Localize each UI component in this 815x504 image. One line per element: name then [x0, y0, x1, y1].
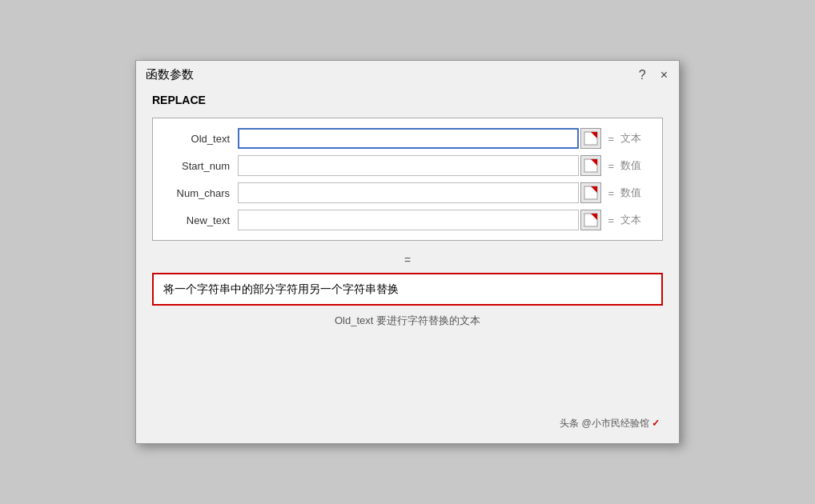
description-box: 将一个字符串中的部分字符用另一个字符串替换 — [152, 273, 663, 306]
param-type-0: 文本 — [620, 131, 649, 146]
help-button[interactable]: ? — [637, 69, 648, 82]
param-description: Old_text 要进行字符替换的文本 — [152, 314, 663, 328]
title-bar-controls: ? × — [637, 69, 669, 82]
param-equals-2: = — [608, 187, 614, 199]
param-label-num_chars: Num_chars — [166, 187, 238, 199]
close-button[interactable]: × — [659, 69, 669, 82]
param-row: New_text=文本 — [166, 210, 649, 230]
param-input-num_chars[interactable] — [238, 182, 579, 203]
cell-ref-button-old_text[interactable] — [580, 128, 601, 149]
cell-ref-button-num_chars[interactable] — [580, 182, 601, 203]
param-input-old_text[interactable] — [238, 128, 579, 149]
param-type-1: 数值 — [620, 158, 649, 173]
function-params-dialog: 函数参数 ? × REPLACE Old_text=文本Start_num=数值… — [135, 60, 680, 444]
param-type-2: 数值 — [620, 186, 649, 200]
param-row: Num_chars=数值 — [166, 182, 649, 203]
param-label-new_text: New_text — [166, 214, 238, 226]
watermark: 头条 @小市民经验馆 ✓ — [152, 417, 663, 430]
dialog-body: REPLACE Old_text=文本Start_num=数值Num_chars… — [136, 86, 679, 443]
param-label-start_num: Start_num — [166, 160, 238, 172]
param-equals-1: = — [608, 160, 614, 172]
param-input-new_text[interactable] — [238, 210, 579, 230]
result-equals: = — [404, 254, 411, 266]
param-equals-3: = — [608, 214, 614, 226]
param-row: Start_num=数值 — [166, 155, 649, 176]
param-label-old_text: Old_text — [166, 133, 238, 145]
cell-ref-button-new_text[interactable] — [580, 210, 601, 230]
result-row: = — [152, 250, 663, 273]
dialog-title: 函数参数 — [146, 67, 194, 82]
param-row: Old_text=文本 — [166, 128, 649, 149]
param-input-start_num[interactable] — [238, 155, 579, 176]
cell-ref-button-start_num[interactable] — [580, 155, 601, 176]
title-bar: 函数参数 ? × — [136, 61, 679, 86]
function-name: REPLACE — [152, 94, 663, 110]
params-area: Old_text=文本Start_num=数值Num_chars=数值New_t… — [152, 118, 663, 241]
param-type-3: 文本 — [620, 213, 649, 227]
param-equals-0: = — [608, 133, 614, 145]
